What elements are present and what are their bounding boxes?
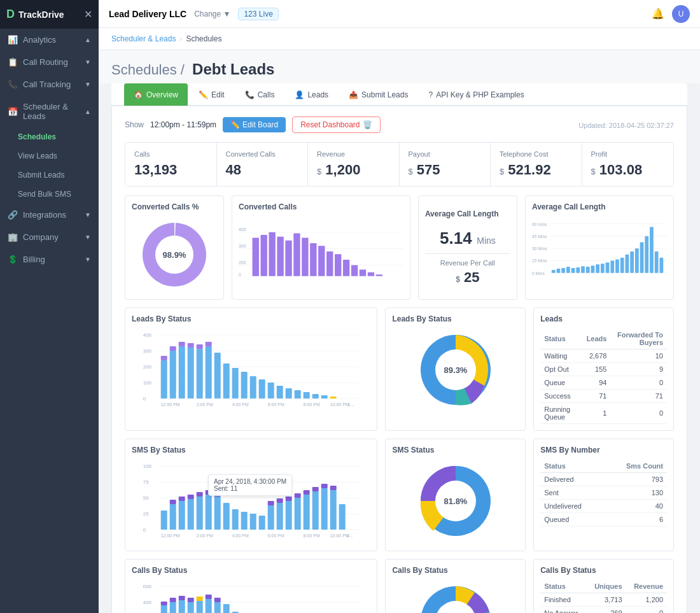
svg-text:8:00 PM: 8:00 PM — [304, 402, 320, 407]
leads-col-leads[interactable]: Leads — [583, 328, 611, 349]
sms-status: Queued — [540, 513, 604, 526]
svg-rect-20 — [335, 254, 341, 276]
calls-table-title: Calls By Status — [540, 566, 667, 575]
sms-count: 130 — [604, 486, 667, 500]
svg-rect-122 — [197, 497, 203, 530]
user-avatar[interactable]: U — [672, 5, 690, 23]
sidebar-item-schedules[interactable]: Schedules — [0, 127, 99, 146]
svg-rect-79 — [206, 346, 212, 398]
svg-rect-17 — [310, 243, 316, 276]
api-icon: ? — [428, 90, 433, 99]
sidebar-item-view-leads[interactable]: View Leads — [0, 146, 99, 166]
svg-rect-129 — [223, 503, 230, 530]
svg-rect-10 — [253, 237, 259, 276]
leads-table-body: Waiting2,67810Opt Out1559Queue940Success… — [540, 349, 667, 424]
sidebar-item-submit-leads[interactable]: Submit Leads — [0, 166, 99, 185]
svg-rect-47 — [606, 262, 610, 272]
stat-revenue-value: $ 1,200 — [317, 162, 390, 178]
sidebar-item-billing[interactable]: 💲 Billing ▼ — [0, 248, 99, 271]
svg-text:0: 0 — [239, 272, 241, 277]
logo-text: TrackDrive — [18, 10, 64, 20]
sms-count: 793 — [604, 473, 667, 486]
sms-status: Sent — [540, 486, 604, 500]
sms-pie-card: SMS Status 81.8% — [385, 439, 526, 551]
svg-rect-45 — [596, 264, 599, 272]
converted-calls-pct-card: Converted Calls % 98.9% — [125, 195, 224, 300]
dashboard: Show 12:00pm - 11:59pm ✏️ Edit Board Res… — [111, 106, 687, 613]
tab-api-key[interactable]: ? API Key & PHP Examples — [419, 83, 533, 106]
svg-rect-130 — [232, 509, 239, 530]
svg-rect-84 — [241, 372, 248, 398]
svg-rect-124 — [206, 495, 212, 530]
sms-status: Undelivered — [540, 500, 604, 513]
sidebar-item-call-routing[interactable]: 📋 Call Routing ▼ — [0, 51, 99, 73]
tab-overview[interactable]: 🏠 Overview — [124, 83, 188, 106]
analytics-label: Analytics — [23, 35, 56, 45]
page-title-prefix: Schedules / — [111, 62, 185, 78]
svg-rect-137 — [277, 498, 283, 503]
close-button[interactable]: ✕ — [84, 8, 92, 20]
svg-rect-40 — [571, 268, 575, 273]
sidebar-item-call-tracking[interactable]: 📞 Call Tracking ▼ — [0, 73, 99, 95]
svg-rect-173 — [170, 602, 176, 613]
stat-payout-label: Payout — [409, 150, 482, 158]
lead-status: Waiting — [540, 349, 582, 363]
dashboard-toolbar: Show 12:00pm - 11:59pm ✏️ Edit Board Res… — [125, 116, 674, 133]
svg-rect-57 — [655, 251, 659, 273]
billing-icon: 💲 — [8, 255, 18, 264]
sidebar-header: D TrackDrive ✕ — [0, 0, 99, 29]
analytics-icon: 📊 — [8, 35, 18, 45]
svg-rect-44 — [591, 265, 594, 273]
svg-rect-24 — [368, 272, 374, 276]
svg-rect-174 — [170, 598, 176, 602]
sidebar-item-scheduler[interactable]: 📅 Scheduler & Leads ▲ — [0, 95, 99, 127]
calls-col-uniques[interactable]: Uniques — [587, 580, 626, 593]
svg-rect-71 — [170, 351, 176, 398]
calls-bar-title: Calls By Status — [132, 566, 370, 575]
svg-rect-143 — [304, 490, 310, 495]
tab-edit[interactable]: ✏️ Edit — [189, 83, 234, 106]
tab-leads[interactable]: 👤 Leads — [285, 83, 338, 106]
change-button[interactable]: Change ▼ — [194, 10, 230, 18]
sidebar: D TrackDrive ✕ 📊 Analytics ▲ 📋 Call Rout… — [0, 0, 99, 613]
tab-calls[interactable]: 📞 Calls — [235, 83, 284, 106]
svg-rect-139 — [286, 497, 292, 501]
stat-tel-label: Telephone Cost — [500, 150, 573, 158]
svg-text:75: 75 — [143, 479, 149, 485]
sms-table-row: Sent130 — [540, 486, 667, 500]
calls-col-revenue: Revenue — [626, 580, 667, 593]
sms-col-count[interactable]: Sms Count — [604, 460, 667, 473]
leads-pie-card: Leads By Status — [385, 307, 526, 431]
svg-rect-90 — [295, 390, 301, 398]
notification-icon[interactable]: 🔔 — [652, 8, 664, 20]
stats-row: Calls 13,193 Converted Calls 48 Revenue … — [125, 142, 674, 187]
svg-rect-93 — [321, 395, 328, 398]
svg-rect-116 — [170, 504, 176, 530]
breadcrumb-parent[interactable]: Scheduler & Leads — [111, 34, 176, 43]
call-revenue: 1,200 — [626, 593, 667, 607]
sidebar-item-analytics[interactable]: 📊 Analytics ▲ — [0, 29, 99, 51]
svg-rect-135 — [268, 501, 274, 505]
stat-calls-value: 13,193 — [134, 162, 207, 178]
svg-rect-56 — [650, 227, 654, 272]
svg-rect-177 — [188, 602, 194, 613]
reset-dashboard-button[interactable]: Reset Dashboard 🗑️ — [292, 116, 380, 133]
edit-board-button[interactable]: ✏️ Edit Board — [223, 117, 286, 132]
stat-tel-amount: 521.92 — [508, 162, 550, 178]
company-name: Lead Delivery LLC — [109, 9, 186, 19]
tab-submit-leads[interactable]: 📤 Submit Leads — [339, 83, 417, 106]
svg-rect-184 — [214, 598, 221, 602]
integrations-chevron: ▼ — [85, 211, 91, 218]
svg-text:45 Mins: 45 Mins — [532, 234, 547, 239]
revenue-per-call-value: $ 25 — [425, 269, 510, 286]
lead-count: 1 — [583, 403, 611, 424]
leads-table: Status Leads Forwarded To Buyers Waiting… — [540, 328, 667, 424]
sidebar-item-integrations[interactable]: 🔗 Integrations ▼ — [0, 204, 99, 226]
svg-text:0: 0 — [143, 527, 146, 533]
svg-text:1...: 1... — [347, 533, 353, 538]
leads-table-row: Opt Out1559 — [540, 363, 667, 376]
sidebar-item-send-bulk-sms[interactable]: Send Bulk SMS — [0, 185, 99, 204]
sidebar-item-company[interactable]: 🏢 Company ▼ — [0, 226, 99, 248]
leads-bar-title: Leads By Status — [132, 314, 370, 323]
svg-text:98.9%: 98.9% — [163, 250, 186, 260]
